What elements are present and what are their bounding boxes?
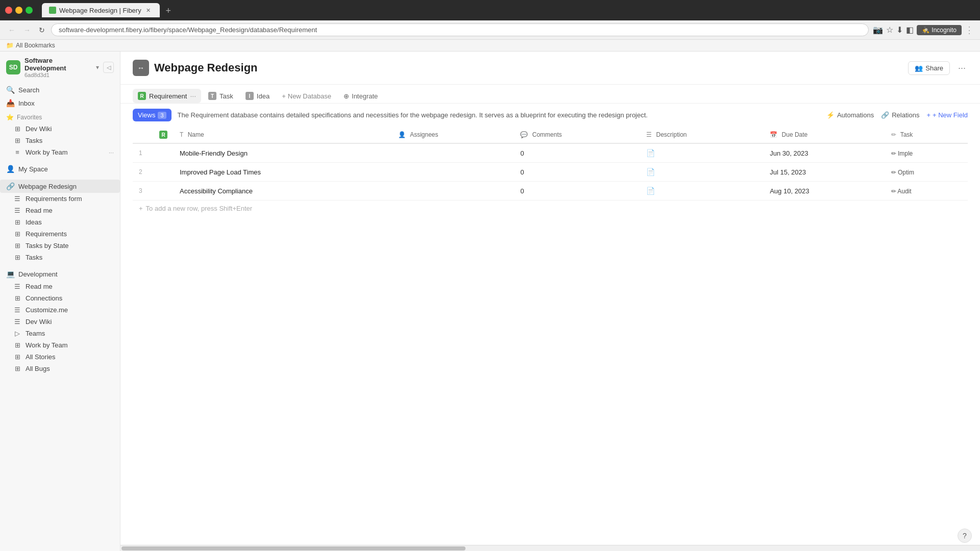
sidebar-item-development[interactable]: 💻 Development [0,267,120,281]
sidebar-item-dev-wiki-2[interactable]: ☰ Dev Wiki [0,316,120,328]
row-3-type [153,182,174,201]
sidebar-item-read-me[interactable]: ☰ Read me [0,205,120,216]
workspace-chevron-icon: ▾ [96,64,99,71]
sidebar-item-tasks-2[interactable]: ⊞ Tasks [0,252,120,263]
requirement-tab-dots[interactable]: ··· [190,92,196,100]
col-task-header[interactable]: ✏ Task [885,127,968,143]
table-header: R T Name 👤 Assignees 💬 Comments [133,127,968,143]
sidebar-item-ideas[interactable]: ⊞ Ideas [0,216,120,228]
forward-btn[interactable]: → [21,24,33,36]
sidebar-item-inbox[interactable]: 📥 Inbox [0,96,120,110]
my-space-label: My Space [18,165,114,173]
name-col-label: Name [188,131,204,138]
sidebar-item-requirements-form[interactable]: ☰ Requirements form [0,193,120,205]
comments-col-label: Comments [532,131,562,138]
table-row[interactable]: 1 Mobile-Friendly Design 0 📄 Jun 30, 202… [133,143,968,163]
back-btn[interactable]: ← [6,24,17,36]
integrate-btn[interactable]: ⊕ Integrate [338,89,383,103]
reload-btn[interactable]: ↻ [37,24,47,36]
db-tab-idea[interactable]: I Idea [240,89,275,103]
inbox-icon: 📥 [6,99,14,107]
scrollbar-thumb[interactable] [121,546,465,550]
automations-btn[interactable]: ⚡ Automations [826,111,874,119]
idea-tab-label: Idea [257,92,270,100]
row-3-task: ✏ Audit [885,182,968,201]
col-name-header[interactable]: T Name [174,127,392,143]
dev-wiki-icon: ⊞ [13,125,21,133]
col-comments-header[interactable]: 💬 Comments [514,127,640,143]
address-bar[interactable]: software-development.fibery.io/fibery/sp… [51,23,869,36]
favorites-section: ⭐ Favorites ⊞ Dev Wiki ⊞ Tasks ≡ Work by… [0,112,120,158]
sidebar-collapse-btn[interactable]: ◁ [103,62,114,73]
sidebar-item-dev-wiki[interactable]: ⊞ Dev Wiki [0,123,120,135]
sidebar-item-tasks[interactable]: ⊞ Tasks [0,135,120,146]
favorites-label: Favorites [17,114,42,121]
row-2-type [153,163,174,182]
sidebar-item-dev-read-me[interactable]: ☰ Read me [0,281,120,292]
relations-btn[interactable]: 🔗 Relations [881,111,919,119]
sidebar-item-customize-me[interactable]: ☰ Customize.me [0,304,120,316]
col-description-header[interactable]: ☰ Description [640,127,764,143]
sidebar-item-teams[interactable]: ▷ Teams [0,328,120,339]
idea-db-icon: I [246,92,254,100]
new-field-btn[interactable]: + + New Field [926,111,968,119]
assignees-col-icon: 👤 [398,131,406,138]
row-3-description: 📄 [640,182,764,201]
horizontal-scrollbar[interactable] [120,545,980,551]
new-field-icon: + [926,111,930,119]
sidebar-item-search[interactable]: 🔍 Search [0,83,120,96]
workspace-header[interactable]: SD Software Development 6ad8d3d1 ▾ ◁ [0,52,120,83]
active-tab[interactable]: Webpage Redesign | Fibery ✕ [42,3,160,17]
work-by-team-more[interactable]: ··· [109,149,114,156]
share-btn[interactable]: 👥 Share [908,61,950,75]
download-icon[interactable]: ⬇ [896,25,903,35]
sidebar-item-work-by-team[interactable]: ≡ Work by Team ··· [0,146,120,158]
tab-close-btn[interactable]: ✕ [144,6,153,14]
minimize-window-btn[interactable] [15,7,22,14]
integrate-icon: ⊕ [344,92,349,100]
table-row[interactable]: 3 Accessibility Compliance 0 📄 Aug 10, 2… [133,182,968,201]
tab-favicon [49,7,56,14]
new-database-label: New Database [288,92,331,100]
star-icon[interactable]: ☆ [886,25,893,35]
toolbar-actions: ⚡ Automations 🔗 Relations + + New Field [826,111,968,119]
req-type-icon: R [159,131,167,139]
more-options-btn[interactable]: ··· [956,61,968,76]
sidebar-item-my-space[interactable]: 👤 My Space [0,162,120,176]
sidebar-item-webpage-redesign[interactable]: 🔗 Webpage Redesign [0,180,120,193]
work-by-team-label: Work by Team [26,148,68,156]
incognito-icon: 🕵 [922,27,929,34]
new-database-btn[interactable]: + New Database [277,89,336,103]
new-tab-btn[interactable]: + [162,4,175,17]
views-label: Views [138,111,155,119]
requirements-icon: ⊞ [13,230,21,238]
add-row-hint[interactable]: + To add a new row, press Shift+Enter [133,201,968,216]
extensions-icon[interactable]: ◧ [906,25,914,35]
row-2-description: 📄 [640,163,764,182]
sidebar-item-work-by-team-2[interactable]: ⊞ Work by Team [0,339,120,351]
description-col-label: Description [656,131,687,138]
close-window-btn[interactable] [5,7,12,14]
all-stories-icon: ⊞ [13,353,21,361]
table-row[interactable]: 2 Improved Page Load Times 0 📄 Jul 15, 2… [133,163,968,182]
page-title-row: ↔ Webpage Redesign [133,60,908,84]
menu-icon[interactable]: ⋮ [965,24,974,36]
sidebar-item-tasks-by-state[interactable]: ⊞ Tasks by State [0,240,120,252]
views-btn[interactable]: Views 3 [133,109,172,121]
col-assignees-header[interactable]: 👤 Assignees [392,127,514,143]
workspace-id: 6ad8d3d1 [24,72,92,78]
help-btn[interactable]: ? [958,529,972,543]
dev-wiki-2-label: Dev Wiki [26,318,52,325]
col-due-date-header[interactable]: 📅 Due Date [764,127,885,143]
sidebar-item-connections[interactable]: ⊞ Connections [0,292,120,304]
db-tab-requirement[interactable]: R Requirement ··· [133,89,201,103]
sidebar-item-requirements[interactable]: ⊞ Requirements [0,228,120,240]
sidebar-item-all-stories[interactable]: ⊞ All Stories [0,351,120,363]
row-2-name: Improved Page Load Times [174,163,392,182]
maximize-window-btn[interactable] [26,7,33,14]
favorites-header[interactable]: ⭐ Favorites [0,112,120,123]
db-tab-task[interactable]: T Task [203,89,238,103]
sidebar-item-all-bugs[interactable]: ⊞ All Bugs [0,363,120,374]
description-text: The Requirement database contains detail… [178,110,820,120]
views-count: 3 [158,112,166,119]
